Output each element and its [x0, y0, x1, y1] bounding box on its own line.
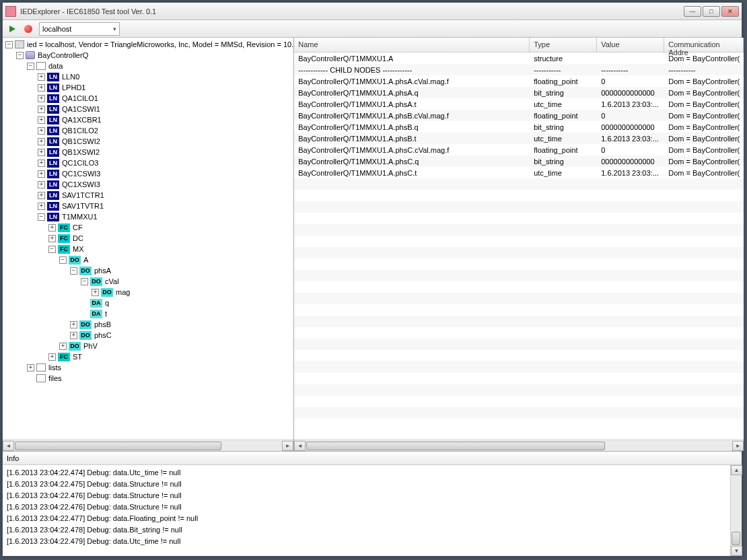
tree-node[interactable]: +FCST: [3, 351, 293, 362]
tree-node[interactable]: −DOcVal: [3, 276, 293, 287]
log-vscroll[interactable]: ▲ ▼: [730, 465, 742, 556]
tree-lists[interactable]: +lists: [3, 362, 293, 373]
data-grid[interactable]: NameTypeValueCommunication Addre BayCont…: [294, 38, 744, 440]
log-line: [1.6.2013 23:04:22.479] Debug: data.Utc_…: [7, 535, 726, 547]
tree-ln-LPHD1[interactable]: +LNLPHD1: [3, 82, 293, 93]
tree-node[interactable]: −DOphsA: [3, 265, 293, 276]
titlebar[interactable]: IEDExplorer - IEC61850 Test tool Ver. 0.…: [3, 3, 742, 20]
expander-icon[interactable]: +: [38, 127, 45, 135]
tree-data[interactable]: −data: [3, 61, 293, 71]
expander-icon[interactable]: +: [38, 95, 45, 102]
expander-icon[interactable]: −: [70, 267, 77, 275]
expander-icon[interactable]: +: [38, 192, 45, 199]
expander-icon[interactable]: +: [92, 289, 99, 296]
tree-ln-QC1CILO3[interactable]: +LNQC1CILO3: [3, 158, 293, 168]
run-button[interactable]: [7, 24, 17, 34]
scroll-left-icon[interactable]: ◄: [3, 441, 14, 451]
expander-icon[interactable]: +: [38, 84, 45, 92]
table-row[interactable]: BayControllerQ/T1MMXU1.A.phsC.qbit_strin…: [294, 155, 744, 167]
tree-ln-QA1XCBR1[interactable]: +LNQA1XCBR1: [3, 114, 293, 125]
expander-icon[interactable]: −: [27, 63, 34, 70]
grid-hscroll[interactable]: ◄ ►: [294, 440, 744, 451]
expander-icon[interactable]: −: [16, 52, 24, 59]
close-button[interactable]: ✕: [721, 6, 739, 17]
expander-icon[interactable]: +: [38, 116, 45, 124]
scroll-right-icon[interactable]: ►: [282, 441, 293, 451]
tree-node[interactable]: +DOmag: [3, 287, 293, 298]
scroll-right-icon[interactable]: ►: [732, 441, 744, 451]
log-line: [1.6.2013 23:04:22.477] Debug: data.Floa…: [7, 512, 726, 524]
table-row[interactable]: BayControllerQ/T1MMXU1.A.phsC.cVal.mag.f…: [294, 144, 744, 155]
expander-icon[interactable]: +: [48, 224, 56, 232]
expander-icon[interactable]: +: [59, 343, 67, 350]
scroll-left-icon[interactable]: ◄: [294, 441, 306, 451]
tree-ln-QB1CSWI2[interactable]: +LNQB1CSWI2: [3, 136, 293, 147]
scroll-up-icon[interactable]: ▲: [731, 465, 742, 475]
expander-icon[interactable]: +: [48, 353, 56, 361]
tree-ln-QB1CILO2[interactable]: +LNQB1CILO2: [3, 125, 293, 136]
tree-view[interactable]: −ied = localhost, Vendor = TriangleMicro…: [3, 38, 293, 440]
col-header[interactable]: Name: [294, 38, 530, 52]
tree-root[interactable]: −ied = localhost, Vendor = TriangleMicro…: [3, 39, 293, 50]
expander-icon[interactable]: +: [38, 170, 45, 178]
tree-node[interactable]: +DOPhV: [3, 341, 293, 351]
tree-node[interactable]: +FCDC: [3, 233, 293, 244]
tree-node[interactable]: +DOphsB: [3, 319, 293, 330]
expander-icon[interactable]: +: [38, 106, 45, 113]
maximize-button[interactable]: □: [703, 6, 720, 17]
table-row[interactable]: BayControllerQ/T1MMXU1.A.phsB.tutc_time1…: [294, 133, 744, 144]
expander-icon[interactable]: −: [81, 278, 88, 285]
expander-icon[interactable]: +: [70, 321, 77, 328]
expander-icon[interactable]: +: [27, 364, 34, 372]
tree-node[interactable]: DAq: [3, 298, 293, 308]
expander-icon[interactable]: +: [70, 332, 77, 339]
expander-icon[interactable]: +: [38, 160, 45, 167]
tree-do-A[interactable]: −DOA: [3, 254, 293, 265]
tree-node[interactable]: +DOphsC: [3, 330, 293, 341]
ln-badge: LN: [47, 94, 59, 103]
tree-hscroll[interactable]: ◄ ►: [3, 440, 293, 451]
tree-ln-T1MMXU1[interactable]: −LNT1MMXU1: [3, 211, 293, 222]
stop-button[interactable]: [23, 24, 34, 34]
expander-icon[interactable]: +: [38, 203, 45, 210]
table-row[interactable]: BayControllerQ/T1MMXU1.A.phsC.tutc_time1…: [294, 167, 744, 178]
expander-icon[interactable]: +: [38, 138, 45, 145]
col-header[interactable]: Type: [530, 38, 597, 52]
expander-icon[interactable]: +: [38, 181, 45, 188]
expander-icon[interactable]: +: [38, 73, 45, 81]
log-panel: Info [1.6.2013 23:04:22.474] Debug: data…: [3, 451, 742, 556]
expander-icon[interactable]: −: [59, 256, 67, 264]
table-row[interactable]: BayControllerQ/T1MMXU1.A.phsB.cVal.mag.f…: [294, 110, 744, 121]
tree-ln-QB1XSWI2[interactable]: +LNQB1XSWI2: [3, 147, 293, 158]
expander-icon[interactable]: −: [48, 246, 56, 253]
tree-ln-SAV1TCTR1[interactable]: +LNSAV1TCTR1: [3, 190, 293, 201]
table-row[interactable]: ------------ CHILD NODES ---------------…: [294, 64, 744, 75]
table-row[interactable]: BayControllerQ/T1MMXU1.A.phsA.cVal.mag.f…: [294, 75, 744, 87]
tree-ln-QA1CSWI1[interactable]: +LNQA1CSWI1: [3, 104, 293, 114]
tree-node[interactable]: DAt: [3, 308, 293, 319]
tree-controller[interactable]: −BayControllerQ: [3, 50, 293, 61]
tree-node[interactable]: −FCMX: [3, 244, 293, 254]
table-row[interactable]: BayControllerQ/T1MMXU1.A.phsA.tutc_time1…: [294, 98, 744, 110]
tree-ln-QA1CILO1[interactable]: +LNQA1CILO1: [3, 93, 293, 104]
table-row[interactable]: BayControllerQ/T1MMXU1.AstructureDom = B…: [294, 53, 744, 64]
expander-icon[interactable]: −: [38, 213, 45, 221]
expander-icon[interactable]: −: [5, 41, 13, 48]
table-row[interactable]: BayControllerQ/T1MMXU1.A.phsA.qbit_strin…: [294, 87, 744, 98]
scroll-down-icon[interactable]: ▼: [731, 546, 742, 556]
tree-node[interactable]: +FCCF: [3, 222, 293, 233]
table-row[interactable]: BayControllerQ/T1MMXU1.A.phsB.qbit_strin…: [294, 121, 744, 133]
tree-ln-QC1XSWI3[interactable]: +LNQC1XSWI3: [3, 179, 293, 190]
log-body[interactable]: [1.6.2013 23:04:22.474] Debug: data.Utc_…: [3, 465, 730, 556]
col-header[interactable]: Communication Addre: [664, 38, 744, 52]
host-combo[interactable]: localhost: [39, 22, 120, 36]
tree-ln-QC1CSWI3[interactable]: +LNQC1CSWI3: [3, 168, 293, 179]
minimize-button[interactable]: —: [684, 6, 701, 17]
tree-files[interactable]: files: [3, 373, 293, 384]
tree-ln-SAV1TVTR1[interactable]: +LNSAV1TVTR1: [3, 201, 293, 211]
col-header[interactable]: Value: [597, 38, 664, 52]
doc-icon: [36, 62, 46, 70]
expander-icon[interactable]: +: [48, 235, 56, 242]
expander-icon[interactable]: +: [38, 149, 45, 156]
tree-ln-LLN0[interactable]: +LNLLN0: [3, 71, 293, 82]
